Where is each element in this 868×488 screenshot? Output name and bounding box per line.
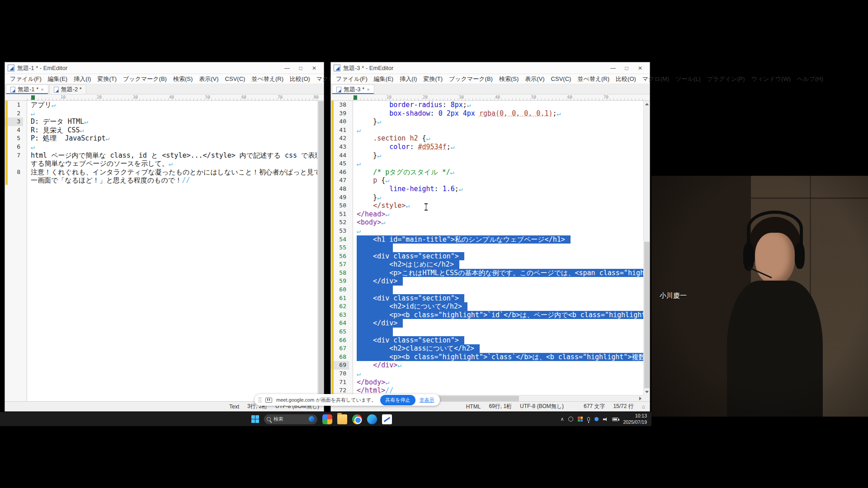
code-line[interactable]: 69 </div>↵ (331, 361, 650, 370)
code-line[interactable]: 38 border-radius: 8px;↵ (331, 101, 650, 109)
scroll-right-arrow[interactable] (637, 395, 643, 401)
code-line[interactable]: 63 <p><b class="highlight">`id`</b>は、ページ… (331, 311, 650, 319)
code-line[interactable]: 62 <h2>idについて</h2> (331, 302, 650, 311)
close-button[interactable]: ✕ (307, 63, 321, 73)
menu-item-13[interactable]: ウィンドウ(W) (748, 75, 794, 83)
maximize-button[interactable]: □ (294, 63, 307, 73)
close-button[interactable]: ✕ (633, 63, 647, 73)
code-line[interactable]: 43 color: #d9534f;↵ (331, 143, 650, 151)
code-line[interactable]: 6↵ (5, 143, 324, 151)
menu-item-14[interactable]: ヘルプ(H) (794, 75, 826, 83)
menu-item-4[interactable]: ブックマーク(B) (446, 75, 496, 83)
menu-item-2[interactable]: 挿入(I) (396, 75, 420, 83)
code-line[interactable]: 56 <div class="section"> (331, 252, 650, 261)
notification-dot-icon[interactable] (594, 417, 599, 421)
code-line[interactable]: 61 <div class="section"> (331, 294, 650, 303)
menu-item-10[interactable]: マクロ(M) (639, 75, 672, 83)
menu-item-0[interactable]: ファイル(F) (7, 75, 45, 83)
drag-handle-icon[interactable] (259, 397, 261, 403)
code-line[interactable]: 71</body>↵ (331, 378, 650, 387)
code-line[interactable]: 50 </style>↵ (331, 202, 650, 210)
code-line[interactable]: 53↵ (331, 227, 650, 235)
taskbar-search-input[interactable]: 検索 (264, 414, 317, 424)
menu-item-1[interactable]: 編集(E) (45, 75, 71, 83)
code-line[interactable]: 40 }↵ (331, 117, 650, 126)
speaker-icon[interactable] (603, 417, 608, 422)
menu-item-7[interactable]: CSV(C) (548, 75, 575, 82)
menu-item-3[interactable]: 変換(T) (420, 75, 446, 83)
code-line[interactable]: 60 (331, 286, 650, 294)
menu-item-7[interactable]: CSV(C) (222, 75, 249, 82)
code-line[interactable]: 3D: データ HTML↵ (5, 117, 324, 126)
menu-item-2[interactable]: 挿入(I) (71, 75, 94, 83)
hide-link[interactable]: 非表示 (420, 397, 434, 404)
menu-item-12[interactable]: プラグイン(P) (704, 75, 748, 83)
code-line[interactable]: 5P: 処理 JavaScript↵ (5, 134, 324, 143)
stop-sharing-button[interactable]: 共有を停止 (380, 395, 415, 405)
code-line[interactable]: 46 /* pタグのスタイル */↵ (331, 168, 650, 177)
windows-start-button[interactable] (251, 415, 259, 423)
code-line[interactable]: 48 line-height: 1.6;↵ (331, 185, 650, 193)
tab-close-icon[interactable]: × (367, 87, 369, 92)
file-explorer-icon[interactable] (337, 414, 347, 424)
menu-item-8[interactable]: 並べ替え(R) (248, 75, 287, 83)
minimize-button[interactable]: — (606, 63, 620, 73)
menu-item-6[interactable]: 表示(V) (196, 75, 222, 83)
chrome-icon[interactable] (352, 414, 362, 424)
code-line[interactable]: 64 </div> (331, 319, 650, 328)
microphone-icon[interactable] (587, 417, 590, 421)
scroll-up-arrow[interactable] (644, 101, 650, 107)
menu-item-4[interactable]: ブックマーク(B) (120, 75, 170, 83)
titlebar-left[interactable]: 無題-1 * - EmEditor — □ ✕ (5, 62, 324, 74)
tray-expand-chevron-icon[interactable]: ∧ (560, 416, 564, 422)
code-line[interactable]: 1アプリ↵ (5, 101, 324, 109)
vertical-scrollbar[interactable] (317, 101, 324, 401)
taskbar-clock[interactable]: 10:13 2025/07/19 (623, 413, 647, 425)
menu-item-5[interactable]: 検索(S) (496, 75, 522, 83)
code-line[interactable]: 44 }↵ (331, 151, 650, 160)
document-tab[interactable]: 無題-2 * (49, 84, 86, 94)
menu-item-1[interactable]: 編集(E) (371, 75, 396, 83)
code-line[interactable]: 59 </div> (331, 277, 650, 286)
text-area-right[interactable]: 38 border-radius: 8px;↵39 box-shadow: 0 … (331, 101, 650, 401)
tab-close-icon[interactable]: × (41, 87, 43, 92)
code-line[interactable]: 39 box-shadow: 0 2px 4px rgba(0, 0, 0, 0… (331, 109, 650, 118)
battery-icon[interactable] (612, 418, 618, 421)
code-line[interactable]: 72</html>// (331, 386, 650, 395)
code-line[interactable]: 58 <p>これはHTMLとCSSの基本的な例です。このページでは、<span … (331, 269, 650, 277)
scrollbar-thumb[interactable] (318, 101, 324, 401)
menu-item-11[interactable]: ツール(L) (672, 75, 704, 83)
code-line[interactable]: 2↵ (5, 109, 324, 118)
edge-icon[interactable] (367, 414, 377, 424)
code-line[interactable]: 55 (331, 244, 650, 252)
code-line[interactable]: 52<body>↵ (331, 218, 650, 227)
code-line[interactable]: 68 <p><b class="highlight">`class`</b>は、… (331, 353, 650, 361)
minimize-button[interactable]: — (280, 63, 294, 73)
menu-item-9[interactable]: 比較(O) (287, 75, 313, 83)
emeditor-taskbar-icon[interactable] (382, 414, 392, 424)
code-line[interactable]: 45↵ (331, 160, 650, 168)
code-line[interactable]: 54 <h1 id="main-title">私のシンプルなウェブページ</h1… (331, 235, 650, 244)
menu-item-6[interactable]: 表示(V) (522, 75, 547, 83)
menu-item-3[interactable]: 変換(T) (94, 75, 120, 83)
code-line[interactable]: 42 .section h2 {↵ (331, 134, 650, 143)
menu-item-8[interactable]: 並べ替え(R) (574, 75, 613, 83)
scrollbar-thumb[interactable] (644, 242, 650, 388)
document-tab[interactable]: 無題-3 *× (332, 84, 374, 94)
code-line[interactable]: 49 }↵ (331, 193, 650, 202)
tray-colorful-app-icon[interactable] (578, 417, 583, 422)
tray-app-icon[interactable] (568, 417, 573, 422)
code-line[interactable]: 70↵ (331, 370, 650, 378)
menu-item-5[interactable]: 検索(S) (170, 75, 196, 83)
colorful-app-icon[interactable] (322, 414, 332, 424)
text-area-left[interactable]: 1アプリ↵2↵3D: データ HTML↵4R: 見栄え CSS↵5P: 処理 J… (5, 101, 324, 401)
code-line[interactable]: 65 (331, 328, 650, 336)
document-tab[interactable]: 無題-1 *× (6, 84, 48, 94)
code-line[interactable]: 41↵ (331, 126, 650, 135)
code-line[interactable]: 51</head>↵ (331, 210, 650, 219)
titlebar-right[interactable]: 無題-3 * - EmEditor — □ ✕ (331, 62, 650, 74)
maximize-button[interactable]: □ (620, 63, 633, 73)
code-line[interactable]: 57 <h2>はじめに</h2> (331, 260, 650, 269)
scroll-down-arrow[interactable] (644, 389, 650, 395)
menu-item-9[interactable]: 比較(O) (613, 75, 639, 83)
